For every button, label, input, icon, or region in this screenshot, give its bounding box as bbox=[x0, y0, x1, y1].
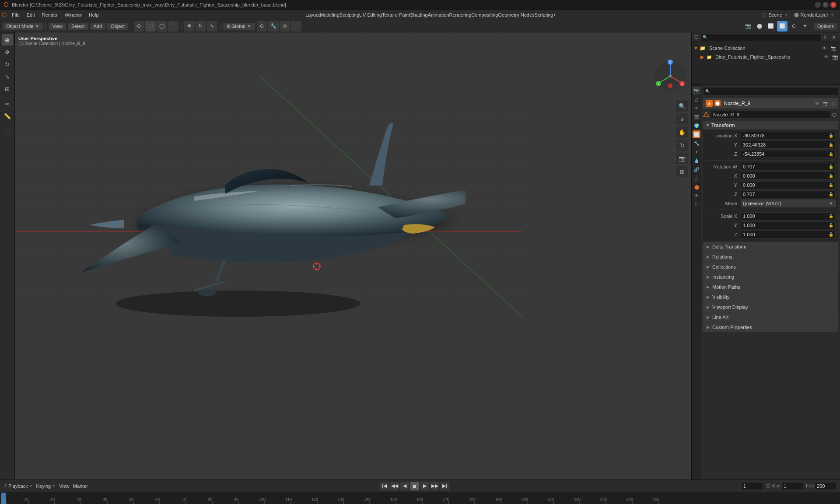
icon-cursor[interactable]: ⊕ bbox=[134, 21, 144, 32]
obj-vis-camera[interactable]: 📷 bbox=[823, 101, 828, 106]
menu-window[interactable]: Window bbox=[61, 11, 85, 18]
ptab-material[interactable]: ⬤ bbox=[693, 183, 700, 191]
prop-search-bar[interactable]: 🔍 bbox=[703, 87, 838, 96]
step-fwd-button[interactable]: ▶▶ bbox=[430, 482, 439, 490]
relations-section[interactable]: ▶ Relations bbox=[703, 252, 838, 262]
pan-button[interactable]: ✋ bbox=[676, 126, 688, 138]
collections-section[interactable]: ▶ Collections bbox=[703, 262, 838, 272]
view-menu-timeline[interactable]: View bbox=[59, 483, 70, 489]
mode-selector[interactable]: Object Mode ▼ bbox=[3, 23, 43, 30]
camera-restrict-icon[interactable]: 📷 bbox=[830, 46, 836, 51]
close-button[interactable]: ✕ bbox=[830, 2, 836, 8]
ptab-scene[interactable]: 🎬 bbox=[693, 113, 700, 121]
ptab-object[interactable]: ⬜ bbox=[693, 130, 700, 138]
tab-sculpting[interactable]: Sculpting bbox=[340, 12, 359, 18]
transform-orientation[interactable]: ⊞ Global ▼ bbox=[223, 23, 255, 30]
snap-icon2[interactable]: ⋮ bbox=[291, 21, 301, 32]
tool-annotate[interactable]: ✏ bbox=[2, 98, 13, 109]
maximize-button[interactable]: □ bbox=[822, 2, 829, 8]
solid-view-icon[interactable]: ⬜ bbox=[777, 21, 788, 32]
ptab-visibility[interactable]: 👁 bbox=[693, 192, 700, 200]
grid-button[interactable]: ⊞ bbox=[676, 166, 688, 177]
scale-y-value[interactable]: 1.000 🔓 bbox=[741, 221, 836, 229]
delta-transform-section[interactable]: ▶ Delta Transform bbox=[703, 242, 838, 252]
tab-texture-paint[interactable]: Texture Paint bbox=[382, 12, 410, 18]
viz-icon3[interactable]: ⬜ bbox=[766, 21, 776, 32]
pivot-icon[interactable]: ⊙ bbox=[257, 21, 267, 32]
playback-dropdown[interactable]: ▼ bbox=[29, 484, 33, 488]
object-data-name[interactable]: Nozzle_R_9 bbox=[711, 111, 830, 119]
stop-button[interactable]: ⏹ bbox=[410, 482, 419, 490]
icon-move[interactable]: ✥ bbox=[184, 21, 195, 32]
current-frame-display[interactable]: 1 bbox=[741, 482, 763, 490]
viewport[interactable]: User Perspective (1) Scene Collection | … bbox=[15, 32, 691, 480]
options-button[interactable]: Options bbox=[814, 23, 837, 30]
scale-z-value[interactable]: 1.000 🔓 bbox=[741, 231, 836, 238]
eye-icon[interactable]: 👁 bbox=[822, 46, 827, 51]
camera-button[interactable]: 📷 bbox=[676, 153, 688, 164]
icon-scale[interactable]: ⤡ bbox=[207, 21, 217, 32]
tab-geometry-nodes[interactable]: Geometry Nodes bbox=[498, 12, 534, 18]
filter-icon[interactable]: ⧖ bbox=[822, 34, 829, 41]
tool-add-cube[interactable]: ⬚ bbox=[2, 125, 13, 136]
end-frame-input[interactable]: 250 bbox=[815, 482, 836, 490]
menu-edit[interactable]: Edit bbox=[23, 11, 38, 18]
icon-lasso-select[interactable]: ⌒ bbox=[168, 21, 178, 32]
ptab-world[interactable]: 🌍 bbox=[693, 122, 700, 130]
camera-restrict-icon2[interactable]: 📷 bbox=[832, 54, 838, 60]
snapping-icon[interactable]: 🔧 bbox=[268, 21, 279, 32]
timeline-ruler[interactable]: 1 10 20 30 40 50 60 70 80 90 bbox=[0, 492, 840, 504]
icon-rotate[interactable]: ↻ bbox=[196, 21, 206, 32]
tab-uv-editing[interactable]: UV Editing bbox=[359, 12, 382, 18]
zoom-out-button[interactable]: ⊖ bbox=[676, 113, 688, 125]
select-menu[interactable]: Select bbox=[68, 23, 88, 30]
zoom-in-button[interactable]: 🔍 bbox=[676, 100, 688, 112]
tool-move[interactable]: ✥ bbox=[2, 46, 13, 58]
view-menu[interactable]: View bbox=[49, 23, 66, 30]
rotation-x-value[interactable]: 0.000 🔓 bbox=[741, 172, 836, 180]
minimize-button[interactable]: — bbox=[815, 2, 821, 8]
ptab-scene2[interactable]: ⬡ bbox=[693, 200, 700, 208]
ptab-data[interactable]: △ bbox=[693, 174, 700, 182]
rotation-y-value[interactable]: 0.000 🔓 bbox=[741, 181, 836, 189]
proportional-edit-icon[interactable]: ◎ bbox=[280, 21, 290, 32]
obj-vis-render[interactable]: ⬡ bbox=[832, 101, 836, 106]
visibility-section[interactable]: ▶ Visibility bbox=[703, 292, 838, 302]
lock-sx-icon[interactable]: 🔓 bbox=[829, 214, 833, 218]
jump-back-button[interactable]: ◀◀ bbox=[390, 482, 399, 490]
tool-cursor[interactable]: ⊕ bbox=[2, 34, 13, 46]
tab-compositing[interactable]: Compositing bbox=[471, 12, 498, 18]
step-back-button[interactable]: ◀ bbox=[400, 482, 409, 490]
tab-add[interactable]: + bbox=[553, 12, 556, 18]
lock-sz-icon[interactable]: 🔓 bbox=[829, 232, 833, 237]
lock-sy-icon[interactable]: 🔓 bbox=[829, 223, 833, 228]
lock-rz-icon[interactable]: 🔓 bbox=[829, 192, 833, 196]
location-y-value[interactable]: 302.48328 🔓 bbox=[741, 141, 836, 149]
instancing-section[interactable]: ▶ Instancing bbox=[703, 272, 838, 282]
timeline-mode[interactable]: ⏱ Playback ▼ bbox=[4, 483, 33, 489]
transform-header[interactable]: ▼ Transform bbox=[703, 121, 838, 130]
material-view-icon[interactable]: ⊙ bbox=[788, 21, 799, 32]
tab-animation[interactable]: Animation bbox=[428, 12, 449, 18]
rotation-z-value[interactable]: 0.707 🔓 bbox=[741, 190, 836, 198]
eye-icon2[interactable]: 👁 bbox=[824, 54, 829, 60]
ptab-constraints[interactable]: 🔗 bbox=[693, 165, 700, 173]
custom-properties-section[interactable]: ▶ Custom Properties bbox=[703, 322, 838, 332]
obj-vis-eye[interactable]: 👁 bbox=[815, 101, 819, 106]
location-x-value[interactable]: -90.80978 🔓 bbox=[741, 132, 836, 140]
ptab-render[interactable]: 📷 bbox=[693, 87, 700, 94]
tab-scripting[interactable]: Scripting bbox=[535, 12, 553, 18]
menu-help[interactable]: Help bbox=[85, 11, 102, 18]
outliner-fighter-collection[interactable]: ▶ 📁 Dirty_Futuristic_Fighter_Spaceship 👁… bbox=[692, 52, 840, 61]
play-button[interactable]: ▶ bbox=[420, 482, 429, 490]
viz-icon1[interactable]: 📷 bbox=[743, 21, 753, 32]
ptab-output[interactable]: 🖨 bbox=[693, 95, 700, 103]
object-menu[interactable]: Object bbox=[107, 23, 128, 30]
tab-shading[interactable]: Shading bbox=[410, 12, 427, 18]
tab-modeling[interactable]: Modeling bbox=[320, 12, 340, 18]
icon-box-select[interactable]: ⬚ bbox=[145, 21, 156, 32]
ptab-particles[interactable]: ✦ bbox=[693, 148, 700, 156]
tab-layout[interactable]: Layout bbox=[305, 12, 320, 18]
outliner-scene-collection[interactable]: ▼ 📁 Scene Collection 👁 📷 bbox=[692, 44, 840, 52]
tab-rendering[interactable]: Rendering bbox=[449, 12, 472, 18]
